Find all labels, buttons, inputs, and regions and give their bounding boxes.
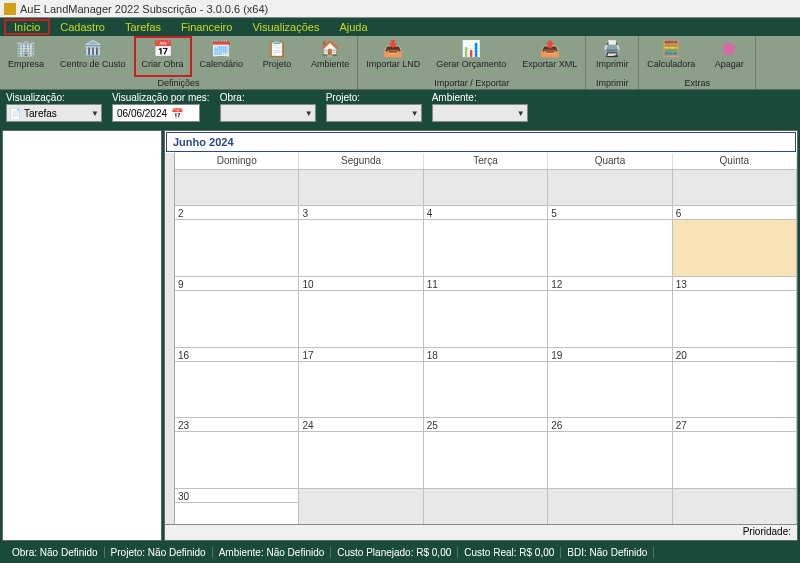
- projeto-label: Projeto:: [326, 92, 422, 103]
- calendar-body: 2 3 4 5 6 9 10 11 12 13 16 17 18 1: [165, 169, 797, 524]
- cal-cell[interactable]: 3: [299, 206, 423, 276]
- time-gutter[interactable]: [165, 169, 175, 524]
- projeto-button[interactable]: 📋 Projeto: [251, 36, 303, 77]
- cal-cell[interactable]: 2: [175, 206, 299, 276]
- exportar-xml-button[interactable]: 📤 Exportar XML: [514, 36, 585, 77]
- cal-cell[interactable]: 18: [424, 348, 548, 418]
- visualizacao-label: Visualização:: [6, 92, 102, 103]
- cal-cell[interactable]: 30: [175, 489, 299, 524]
- week-row: 9 10 11 12 13: [175, 276, 797, 347]
- import-lnd-icon: 📥: [383, 38, 403, 58]
- toolbar-group-importar: 📥 Importar LND 📊 Gerar Orçamento 📤 Expor…: [358, 36, 586, 89]
- date-input[interactable]: 06/06/2024 📅: [112, 104, 200, 122]
- cal-cell-prev[interactable]: [673, 170, 797, 205]
- cal-cell-prev[interactable]: [175, 170, 299, 205]
- window-title: AuE LandManager 2022 Subscrição - 3.0.0.…: [20, 3, 268, 15]
- importar-lnd-button[interactable]: 📥 Importar LND: [358, 36, 428, 77]
- visualizacao-select[interactable]: 📄Tarefas ▼: [6, 104, 102, 122]
- group-label-definicoes: Definições: [0, 78, 357, 89]
- priority-bar: Prioridade:: [165, 524, 797, 540]
- cal-cell-next[interactable]: [673, 489, 797, 524]
- cost-center-icon: 🏛️: [83, 38, 103, 58]
- week-row: 16 17 18 19 20: [175, 347, 797, 418]
- ambiente-button[interactable]: 🏠 Ambiente: [303, 36, 357, 77]
- status-real: Custo Real: R$ 0,00: [458, 547, 561, 558]
- imprimir-button[interactable]: 🖨️ Imprimir: [586, 36, 638, 77]
- dow-quarta: Quarta: [548, 153, 672, 169]
- cal-cell[interactable]: 25: [424, 418, 548, 488]
- app-icon: [4, 3, 16, 15]
- obra-label: Obra:: [220, 92, 316, 103]
- ambiente-select[interactable]: ▼: [432, 104, 528, 122]
- menu-tarefas[interactable]: Tarefas: [115, 19, 171, 35]
- calendar-grid: 2 3 4 5 6 9 10 11 12 13 16 17 18 1: [175, 169, 797, 524]
- title-bar: AuE LandManager 2022 Subscrição - 3.0.0.…: [0, 0, 800, 18]
- cal-cell[interactable]: 4: [424, 206, 548, 276]
- status-bdi: BDI: Não Definido: [561, 547, 654, 558]
- cal-cell[interactable]: 13: [673, 277, 797, 347]
- dow-terca: Terça: [424, 153, 548, 169]
- apagar-button[interactable]: ⬟ Apagar: [703, 36, 755, 77]
- calendar-title: Junho 2024: [166, 132, 796, 152]
- chevron-down-icon: ▼: [411, 109, 419, 118]
- cal-cell[interactable]: 19: [548, 348, 672, 418]
- menu-ajuda[interactable]: Ajuda: [329, 19, 377, 35]
- cal-cell-prev[interactable]: [548, 170, 672, 205]
- calendar-picker-icon: 📅: [171, 108, 183, 119]
- main-area: Junho 2024 Domingo Segunda Terça Quarta …: [0, 128, 800, 543]
- group-label-extras: Extras: [639, 78, 755, 89]
- cal-cell-next[interactable]: [299, 489, 423, 524]
- week-row: 2 3 4 5 6: [175, 205, 797, 276]
- projeto-select[interactable]: ▼: [326, 104, 422, 122]
- calendar: Junho 2024 Domingo Segunda Terça Quarta …: [164, 130, 798, 541]
- calendar-header: Domingo Segunda Terça Quarta Quinta: [165, 153, 797, 169]
- cal-cell[interactable]: 20: [673, 348, 797, 418]
- cal-cell[interactable]: 11: [424, 277, 548, 347]
- print-icon: 🖨️: [602, 38, 622, 58]
- cal-cell[interactable]: 24: [299, 418, 423, 488]
- dow-segunda: Segunda: [299, 153, 423, 169]
- toolbar-group-definicoes: 🏢 Empresa 🏛️ Centro de Custo 📅 Criar Obr…: [0, 36, 358, 89]
- cal-cell-next[interactable]: [548, 489, 672, 524]
- calendario-button[interactable]: 🗓️ Calendário: [192, 36, 252, 77]
- status-ambiente: Ambiente: Não Definido: [213, 547, 332, 558]
- cal-cell-prev[interactable]: [299, 170, 423, 205]
- create-work-icon: 📅: [153, 38, 173, 58]
- cal-cell-next[interactable]: [424, 489, 548, 524]
- dow-quinta: Quinta: [673, 153, 797, 169]
- dow-domingo: Domingo: [175, 153, 299, 169]
- menu-cadastro[interactable]: Cadastro: [50, 19, 115, 35]
- cal-cell[interactable]: 10: [299, 277, 423, 347]
- cal-cell[interactable]: 9: [175, 277, 299, 347]
- obra-select[interactable]: ▼: [220, 104, 316, 122]
- controls-bar: Visualização: 📄Tarefas ▼ Visualização po…: [0, 90, 800, 128]
- centro-custo-button[interactable]: 🏛️ Centro de Custo: [52, 36, 134, 77]
- cal-cell[interactable]: 16: [175, 348, 299, 418]
- cal-cell[interactable]: 5: [548, 206, 672, 276]
- cal-cell[interactable]: 27: [673, 418, 797, 488]
- task-icon: 📄: [9, 108, 21, 119]
- prev-month-row: [175, 169, 797, 205]
- status-projeto: Projeto: Não Definido: [105, 547, 213, 558]
- menu-inicio[interactable]: Início: [4, 19, 50, 35]
- cal-cell[interactable]: 12: [548, 277, 672, 347]
- menu-visualizacoes[interactable]: Visualizações: [242, 19, 329, 35]
- status-planejado: Custo Planejado: R$ 0,00: [331, 547, 458, 558]
- menu-bar: Início Cadastro Tarefas Financeiro Visua…: [0, 18, 800, 36]
- calculadora-button[interactable]: 🧮 Calculadora: [639, 36, 703, 77]
- calendar-icon: 🗓️: [211, 38, 231, 58]
- side-panel: [2, 130, 162, 541]
- cal-cell-today[interactable]: 6: [673, 206, 797, 276]
- criar-obra-button[interactable]: 📅 Criar Obra: [134, 36, 192, 77]
- toolbar: 🏢 Empresa 🏛️ Centro de Custo 📅 Criar Obr…: [0, 36, 800, 90]
- time-gutter-header: [165, 153, 175, 169]
- cal-cell[interactable]: 17: [299, 348, 423, 418]
- cal-cell[interactable]: 26: [548, 418, 672, 488]
- menu-financeiro[interactable]: Financeiro: [171, 19, 242, 35]
- cal-cell-prev[interactable]: [424, 170, 548, 205]
- chevron-down-icon: ▼: [517, 109, 525, 118]
- week-row: 23 24 25 26 27: [175, 417, 797, 488]
- cal-cell[interactable]: 23: [175, 418, 299, 488]
- empresa-button[interactable]: 🏢 Empresa: [0, 36, 52, 77]
- gerar-orcamento-button[interactable]: 📊 Gerar Orçamento: [428, 36, 514, 77]
